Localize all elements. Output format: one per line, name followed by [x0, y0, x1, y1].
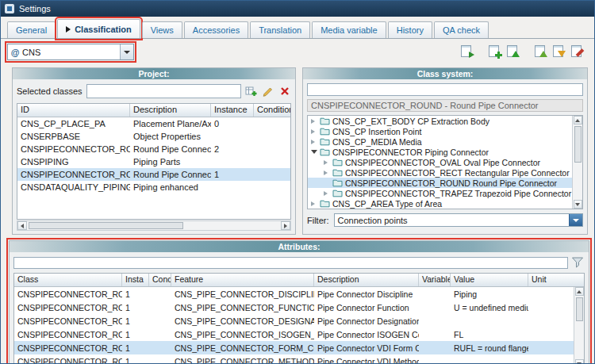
tab-accessories[interactable]: Accessories — [184, 21, 248, 38]
remove-class-icon[interactable] — [278, 85, 291, 98]
tree-item-label: CNS_CP_EXT_BODY CP Extraction Body — [332, 117, 489, 126]
tree-chevron-icon[interactable] — [311, 129, 317, 134]
class-tree-item[interactable]: CNSPIPECONNECTOR Piping Connector — [308, 147, 582, 157]
tree-chevron-icon[interactable] — [324, 191, 330, 196]
tab-label: Accessories — [193, 25, 240, 35]
col-condition[interactable]: Condition — [254, 104, 290, 117]
selected-classes-input[interactable] — [86, 84, 241, 98]
class-tree-item[interactable]: CNS_CP_EXT_BODY CP Extraction Body — [308, 116, 582, 126]
tab-general[interactable]: General — [7, 21, 56, 38]
scrollbar-thumb[interactable] — [29, 222, 183, 229]
tab-classification[interactable]: Classification — [57, 19, 140, 38]
tree-chevron-icon[interactable] — [324, 160, 330, 165]
project-class-row[interactable]: CNSDATAQUALITY_PIPING Piping enhanced — [17, 181, 290, 193]
tab-history[interactable]: History — [388, 21, 432, 38]
attributes-panel: Attributes: Class Insta Conc Feature Des… — [9, 240, 589, 364]
catalog-upload-icon[interactable] — [506, 45, 520, 59]
col-instance[interactable]: Insta — [122, 274, 149, 286]
cell-instance: 1 — [122, 289, 149, 299]
project-class-row[interactable]: CNS_CP_PLACE_PA Placement Plane/Axis 0 — [17, 117, 290, 130]
combo-value: CNS — [22, 48, 120, 57]
project-class-row[interactable]: CNSPIPECONNECTOR_ROUND Round Pipe Connec… — [17, 168, 290, 181]
cell-instance: 1 — [211, 170, 254, 179]
attribute-row[interactable]: CNSPIPECONNECTOR_ROUND 1 CNS_PIPE_CONNEC… — [14, 354, 584, 364]
project-horizontal-scrollbar[interactable] — [17, 220, 291, 231]
scroll-right-button[interactable] — [281, 221, 290, 230]
project-classes-table: ID Description Instance Condition CNS_CP… — [17, 103, 291, 220]
col-feature[interactable]: Feature — [171, 274, 314, 286]
attributes-filter-input[interactable] — [13, 257, 568, 269]
tab-views[interactable]: Views — [142, 21, 182, 38]
cell-id: CNSPIPECONNECTOR_ROUND — [17, 144, 130, 154]
xml-import-icon[interactable] — [552, 45, 566, 59]
attribute-row[interactable]: CNSPIPECONNECTOR_ROUND 1 CNS_PIPE_CONNEC… — [14, 328, 584, 341]
scroll-down-button[interactable] — [575, 359, 584, 364]
attribute-row[interactable]: CNSPIPECONNECTOR_ROUND 1 CNS_PIPE_CONNEC… — [14, 301, 584, 314]
tree-filter-row: Filter: Connection points — [307, 213, 583, 227]
cell-value: FL — [451, 330, 528, 339]
col-conc[interactable]: Conc — [149, 274, 171, 286]
scrollbar-thumb[interactable] — [576, 297, 583, 321]
attributes-vertical-scrollbar[interactable] — [574, 287, 584, 364]
cell-class: CNSPIPECONNECTOR_ROUND — [14, 343, 122, 353]
cell-id: CNSERPBASE — [17, 132, 130, 141]
tree-filter-combo[interactable]: Connection points — [334, 213, 584, 227]
table-import-icon[interactable] — [488, 45, 502, 59]
toolbar-icons — [460, 45, 585, 59]
tree-vertical-scrollbar[interactable] — [572, 116, 582, 209]
project-panel: Project: Selected classes ID Description… — [12, 67, 296, 235]
cell-feature: CNS_PIPE_CONNECTOR_DESIGNATION — [171, 316, 314, 326]
scroll-up-button[interactable] — [575, 287, 584, 296]
scroll-down-button[interactable] — [574, 200, 582, 209]
col-unit[interactable]: Unit — [528, 274, 574, 286]
tree-chevron-icon[interactable] — [311, 150, 317, 154]
col-variable[interactable]: Variable — [419, 274, 451, 286]
class-tree-item[interactable]: CNSPIPECONNECTOR_TRAPEZ Trapezoid Pipe C… — [308, 188, 582, 198]
class-tree-item[interactable]: CNSPIPECONNECTOR_RECT Rectangular Pipe C… — [308, 167, 582, 178]
add-class-icon[interactable] — [245, 85, 258, 98]
filter-funnel-icon[interactable] — [571, 256, 584, 269]
classification-context-combo[interactable]: @ CNS — [7, 44, 134, 60]
scrollbar-thumb[interactable] — [574, 126, 582, 163]
tab-media-variable[interactable]: Media variable — [312, 21, 386, 38]
tab-label: Classification — [75, 25, 132, 34]
arrow-up-icon — [577, 290, 582, 293]
table-export-icon[interactable] — [460, 45, 474, 59]
col-class[interactable]: Class — [14, 274, 122, 286]
col-value[interactable]: Value — [451, 274, 528, 286]
class-search-input[interactable] — [307, 83, 583, 96]
tab-qa-check[interactable]: QA check — [434, 21, 489, 38]
attribute-row[interactable]: CNSPIPECONNECTOR_ROUND 1 CNS_PIPE_CONNEC… — [14, 314, 584, 328]
combo-dropdown-button[interactable] — [120, 44, 133, 59]
filter-dropdown-button[interactable] — [569, 214, 582, 226]
scroll-left-button[interactable] — [17, 221, 27, 230]
col-instance[interactable]: Instance — [211, 104, 254, 117]
tree-chevron-icon[interactable] — [311, 201, 317, 206]
col-description[interactable]: Description — [130, 104, 211, 117]
project-table-header: ID Description Instance Condition — [17, 104, 290, 117]
scroll-up-button[interactable] — [574, 116, 582, 125]
attributes-panel-header: Attributes: — [10, 241, 589, 252]
xml-edit-icon[interactable] — [570, 45, 585, 59]
project-class-row[interactable]: CNSERPBASE Object Properties — [17, 130, 290, 143]
project-class-row[interactable]: CNSPIPECONNECTOR_ROUND Round Pipe Connec… — [17, 143, 290, 155]
tab-translation[interactable]: Translation — [250, 21, 310, 38]
folder-icon — [320, 117, 330, 125]
class-tree-item[interactable]: CNS_CP_MEDIA Media — [308, 136, 582, 147]
tree-chevron-icon[interactable] — [324, 171, 330, 175]
edit-class-icon[interactable] — [262, 85, 274, 98]
tree-chevron-icon[interactable] — [311, 119, 317, 124]
class-tree-item[interactable]: CNSPIPECONNECTOR_ROUND Round Pipe Connec… — [308, 178, 582, 188]
attribute-row[interactable]: CNSPIPECONNECTOR_ROUND 1 CNS_PIPE_CONNEC… — [14, 287, 584, 301]
at-symbol-icon: @ — [8, 48, 22, 57]
cell-class: CNSPIPECONNECTOR_ROUND — [14, 303, 122, 312]
col-id[interactable]: ID — [17, 104, 130, 117]
tree-chevron-icon[interactable] — [311, 140, 317, 144]
col-description[interactable]: Description — [314, 274, 419, 286]
attribute-row[interactable]: CNSPIPECONNECTOR_ROUND 1 CNS_PIPE_CONNEC… — [14, 341, 584, 354]
class-tree-item[interactable]: CNSPIPECONNECTOR_OVAL Oval Pipe Connecto… — [308, 157, 582, 167]
project-class-row[interactable]: CNSPIPING Piping Parts — [17, 155, 290, 168]
class-tree-item[interactable]: CNS_CP_AREA Type of Area — [308, 198, 582, 209]
class-tree-item[interactable]: CNS_CP Insertion Point — [308, 126, 582, 136]
catalog-transfer-icon[interactable] — [534, 45, 548, 59]
